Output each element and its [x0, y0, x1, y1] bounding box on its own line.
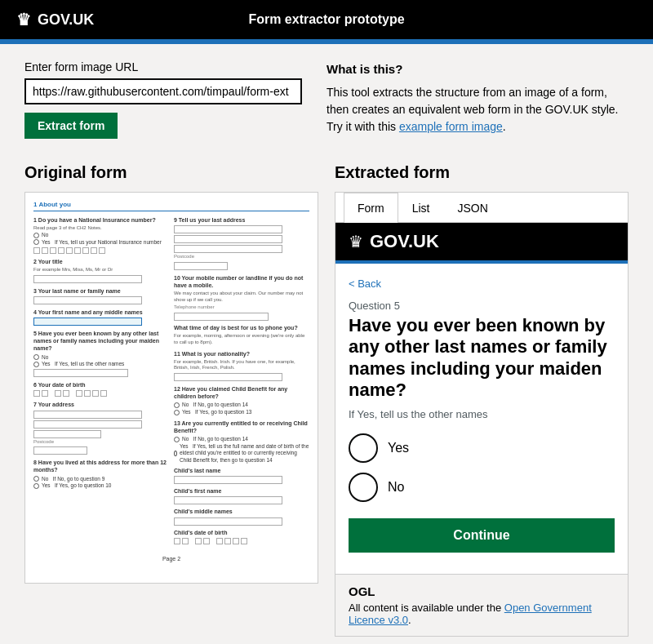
- what-is-this-heading: What is this?: [326, 60, 629, 79]
- preview-field-4: 4 Your first name and any middle names: [33, 309, 169, 326]
- continue-button[interactable]: Continue: [349, 518, 615, 553]
- preview-field-8: 8 Have you lived at this address for mor…: [33, 459, 169, 489]
- original-form-heading: Original form: [24, 163, 318, 182]
- govuk-footer: OGL All content is available under the O…: [335, 574, 628, 636]
- footer-text-end: .: [408, 614, 411, 626]
- what-is-this-section: What is this? This tool extracts the str…: [326, 60, 629, 135]
- two-column-layout: Original form 1 About you 1 Do you have …: [24, 163, 629, 637]
- radio-option-no[interactable]: No: [349, 473, 615, 502]
- govuk-inner-logo-text: GOV.UK: [370, 231, 439, 252]
- preview-field-5: 5 Have you ever been known by any other …: [33, 330, 169, 377]
- preview-field-1: 1 Do you have a National Insurance numbe…: [33, 216, 169, 254]
- tab-form[interactable]: Form: [344, 193, 398, 223]
- extract-form-button[interactable]: Extract form: [24, 113, 118, 139]
- preview-field-11: 11 What is your nationality? For example…: [174, 350, 309, 382]
- logo-text: GOV.UK: [38, 11, 94, 29]
- url-input[interactable]: [24, 78, 302, 104]
- what-is-this-text: This tool extracts the structure from an…: [326, 84, 629, 135]
- radio-option-yes[interactable]: Yes: [349, 433, 615, 463]
- main-content: Enter form image URL Extract form What i…: [0, 44, 653, 644]
- ogl-badge: OGL: [349, 584, 615, 598]
- preview-field-10: 10 Your mobile number or landline if you…: [174, 274, 309, 345]
- govuk-form-inner: ♛ GOV.UK < Back Question 5 Have you ever…: [335, 223, 628, 636]
- govuk-inner-header: ♛ GOV.UK: [335, 223, 628, 260]
- url-label: Enter form image URL: [24, 60, 302, 73]
- crown-icon: ♛: [16, 10, 31, 29]
- preview-section-title: 1 About you: [33, 201, 309, 211]
- preview-field-2: 2 Your title For example Mrs, Miss, Ms, …: [33, 258, 169, 283]
- page-title: Form extractor prototype: [248, 12, 404, 27]
- govuk-inner-crown-icon: ♛: [349, 232, 363, 251]
- preview-field-12: 12 Have you claimed Child Benefit for an…: [174, 385, 309, 415]
- preview-field-6: 6 Your date of birth: [33, 381, 169, 397]
- hint-text: If Yes, tell us the other names: [349, 408, 615, 420]
- question-text: Have you ever been known by any other la…: [349, 315, 615, 402]
- preview-field-13: 13 Are you currently entitled to or rece…: [174, 420, 309, 544]
- back-link[interactable]: < Back: [349, 278, 381, 290]
- original-form-column: Original form 1 About you 1 Do you have …: [24, 163, 318, 637]
- description-end: .: [503, 120, 506, 133]
- preview-page-num: Page 2: [33, 555, 309, 562]
- url-input-area: Enter form image URL Extract form: [24, 60, 302, 139]
- extracted-form-heading: Extracted form: [335, 163, 629, 182]
- tab-json[interactable]: JSON: [443, 193, 501, 223]
- original-form-preview: 1 About you 1 Do you have a National Ins…: [24, 192, 318, 584]
- preview-field-3: 3 Your last name or family name: [33, 287, 169, 304]
- gov-logo: ♛ GOV.UK: [16, 10, 94, 29]
- radio-label-no: No: [388, 480, 404, 495]
- preview-field-9: 9 Tell us your last address Postcode: [174, 216, 309, 270]
- radio-circle-no: [349, 473, 378, 502]
- extracted-form-panel: Form List JSON ♛ GOV.UK < Back Question …: [335, 192, 629, 637]
- preview-field-7: 7 Your address Postcode: [33, 401, 169, 455]
- tab-list[interactable]: List: [398, 193, 444, 223]
- url-section: Enter form image URL Extract form What i…: [24, 60, 629, 139]
- radio-circle-yes: [349, 433, 378, 463]
- radio-label-yes: Yes: [388, 441, 409, 455]
- question-number: Question 5: [349, 300, 615, 312]
- govuk-form-body: < Back Question 5 Have you ever been kno…: [335, 264, 628, 566]
- footer-text: All content is available under the Open …: [349, 602, 615, 626]
- extracted-form-column: Extracted form Form List JSON ♛ GOV.UK: [335, 163, 629, 637]
- extracted-form-tabs: Form List JSON: [335, 193, 628, 223]
- header: ♛ GOV.UK Form extractor prototype: [0, 0, 653, 44]
- example-form-link[interactable]: example form image: [399, 120, 503, 133]
- footer-text-start: All content is available under the: [349, 602, 504, 614]
